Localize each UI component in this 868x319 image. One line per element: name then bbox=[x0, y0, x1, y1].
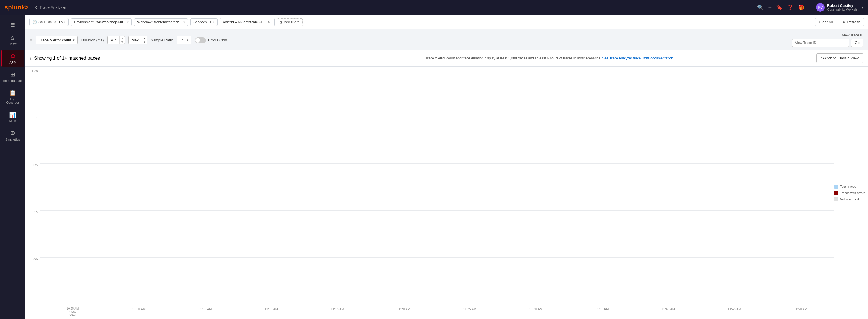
add-filters-label: Add filters bbox=[284, 20, 299, 24]
splunk-logo: splunk> bbox=[5, 4, 29, 11]
y-label-075: 0.75 bbox=[32, 163, 38, 167]
sidebar-label-apm: APM bbox=[10, 61, 17, 64]
search-icon[interactable]: 🔍 bbox=[757, 4, 764, 11]
bookmark-icon[interactable]: 🔖 bbox=[776, 4, 782, 11]
x-label-5: 11:20 AM bbox=[371, 307, 437, 311]
sidebar-item-infrastructure[interactable]: ⊞ Infrastructure bbox=[1, 68, 24, 85]
refresh-icon: ↻ bbox=[842, 20, 846, 24]
x-label-2: 11:05 AM bbox=[172, 307, 238, 311]
add-icon[interactable]: + bbox=[768, 4, 772, 11]
sidebar-label-infrastructure: Infrastructure bbox=[3, 79, 22, 83]
time-range-label: -1h bbox=[57, 20, 63, 24]
view-trace-section: View Trace ID Go bbox=[792, 33, 863, 47]
chart-bars bbox=[40, 69, 834, 304]
clock-icon: 🕐 bbox=[32, 20, 37, 24]
sidebar-item-rum[interactable]: 📊 RUM bbox=[1, 108, 24, 125]
legend-total-label: Total traces bbox=[840, 185, 856, 188]
synthetics-icon: ⚙ bbox=[10, 129, 15, 137]
y-label-025: 0.25 bbox=[32, 258, 38, 261]
services-filter-label: Services · 1 bbox=[193, 20, 212, 24]
view-trace-row: Go bbox=[792, 38, 863, 47]
help-icon[interactable]: ❓ bbox=[787, 4, 794, 11]
x-label-0: 10:55 AMFri Nov 82024 bbox=[40, 307, 106, 317]
duration-max-down[interactable]: ▼ bbox=[142, 40, 147, 44]
toggle-slider bbox=[195, 37, 206, 43]
infrastructure-icon: ⊞ bbox=[10, 71, 15, 78]
view-trace-input[interactable] bbox=[792, 39, 849, 47]
avatar: RC bbox=[816, 3, 825, 12]
filter-bar: 🕐 GMT +00:00 -1h ▾ Environment : s4r-wor… bbox=[25, 15, 868, 29]
back-nav[interactable]: Trace Analyzer bbox=[34, 5, 66, 10]
environment-filter-label: Environment : s4r-workshop-60f... bbox=[74, 20, 126, 24]
workflow-chevron-icon: ▾ bbox=[183, 21, 185, 24]
time-filter-chip[interactable]: 🕐 GMT +00:00 -1h ▾ bbox=[29, 18, 69, 26]
user-workspace: Observability Worksh... bbox=[827, 8, 859, 11]
legend-total: Total traces bbox=[834, 184, 865, 188]
env-chevron-icon: ▾ bbox=[127, 21, 129, 24]
sidebar-item-home[interactable]: ⌂ Home bbox=[1, 32, 24, 49]
duration-max-input[interactable]: Max ▲ ▼ bbox=[128, 36, 147, 44]
sidebar-label-rum: RUM bbox=[9, 119, 16, 123]
chart-area: ≡ Trace & error count ▾ Duration (ms) Mi… bbox=[25, 29, 868, 319]
refresh-label: Refresh bbox=[847, 20, 860, 24]
gift-icon[interactable]: 🎁 bbox=[798, 4, 804, 11]
matched-traces-label: Showing 1 of 1+ matched traces bbox=[34, 56, 100, 61]
x-label-3: 11:10 AM bbox=[238, 307, 305, 311]
metric-select[interactable]: Trace & error count ▾ bbox=[36, 36, 78, 44]
sidebar-label-home: Home bbox=[8, 42, 17, 46]
chart-inner: 1.25 1 0.75 0.5 0.25 bbox=[25, 67, 868, 319]
sidebar-item-apm[interactable]: ✿ APM bbox=[1, 50, 24, 67]
clear-all-button[interactable]: Clear All bbox=[815, 18, 836, 26]
legend-errors-label: Traces with errors bbox=[840, 191, 865, 195]
sidebar-label-synthetics: Synthetics bbox=[5, 138, 20, 141]
orderid-filter-chip[interactable]: orderId = 666dbfcf-9dc8-1... ✕ bbox=[220, 18, 275, 26]
duration-min-val: Min bbox=[107, 36, 119, 44]
user-menu[interactable]: RC Robert Castley Observability Worksh..… bbox=[816, 3, 863, 12]
x-label-4: 11:15 AM bbox=[304, 307, 371, 311]
home-icon: ⌂ bbox=[11, 34, 14, 41]
legend-not-searched-box bbox=[834, 197, 838, 201]
sidebar-item-synthetics[interactable]: ⚙ Synthetics bbox=[1, 127, 24, 144]
top-nav: splunk> Trace Analyzer 🔍 + 🔖 ❓ 🎁 RC Robe… bbox=[0, 0, 868, 15]
add-filters-button[interactable]: ⧗ Add filters bbox=[277, 19, 302, 26]
switch-classic-view-button[interactable]: Switch to Classic View bbox=[816, 54, 863, 63]
errors-only-label: Errors Only bbox=[208, 38, 227, 42]
workflow-filter-chip[interactable]: Workflow : frontend:/cart/ch... ▾ bbox=[134, 19, 188, 26]
refresh-button[interactable]: ↻ Refresh bbox=[839, 18, 864, 26]
orderid-filter-close[interactable]: ✕ bbox=[267, 20, 272, 24]
services-filter-chip[interactable]: Services · 1 ▾ bbox=[190, 19, 218, 26]
metric-select-label: Trace & error count bbox=[39, 38, 71, 42]
duration-max-up[interactable]: ▲ bbox=[142, 36, 147, 40]
sample-label: Sample Ratio bbox=[151, 38, 173, 42]
duration-label: Duration (ms) bbox=[81, 38, 104, 42]
y-axis: 1.25 1 0.75 0.5 0.25 bbox=[25, 67, 40, 304]
y-label-125: 1.25 bbox=[32, 69, 38, 72]
duration-min-down[interactable]: ▼ bbox=[120, 40, 125, 44]
sidebar: ☰ ⌂ Home ✿ APM ⊞ Infrastructure 📋 Log Ob… bbox=[0, 15, 25, 319]
duration-min-up[interactable]: ▲ bbox=[120, 36, 125, 40]
x-label-11: 11:50 AM bbox=[768, 307, 834, 311]
sort-icon[interactable]: ≡ bbox=[30, 38, 32, 43]
sidebar-menu-icon[interactable]: ☰ bbox=[8, 20, 17, 30]
legend-not-searched: Not searched bbox=[834, 197, 865, 201]
sidebar-item-log-observer[interactable]: 📋 Log Observer bbox=[1, 87, 24, 107]
nav-divider bbox=[810, 3, 810, 11]
sidebar-label-log-observer: Log Observer bbox=[3, 97, 22, 104]
trace-limits-link[interactable]: See Trace Analyzer trace limits document… bbox=[602, 56, 674, 60]
sample-ratio-select[interactable]: 1:1 ▾ bbox=[177, 36, 191, 44]
x-label-6: 11:25 AM bbox=[437, 307, 503, 311]
environment-filter-chip[interactable]: Environment : s4r-workshop-60f... ▾ bbox=[71, 19, 132, 26]
info-bar: ℹ Showing 1 of 1+ matched traces Trace &… bbox=[25, 50, 868, 67]
x-label-1: 11:00 AM bbox=[106, 307, 172, 311]
duration-min-input[interactable]: Min ▲ ▼ bbox=[107, 36, 125, 44]
chart-toolbar: ≡ Trace & error count ▾ Duration (ms) Mi… bbox=[25, 29, 868, 50]
user-name: Robert Castley bbox=[827, 3, 859, 8]
showing-text: Showing 1 of 1+ matched traces bbox=[34, 56, 423, 61]
rum-icon: 📊 bbox=[9, 111, 17, 118]
legend-not-searched-label: Not searched bbox=[840, 197, 859, 201]
log-observer-icon: 📋 bbox=[9, 89, 17, 96]
user-chevron-icon: ▾ bbox=[862, 5, 863, 9]
workflow-filter-label: Workflow : frontend:/cart/ch... bbox=[137, 20, 182, 24]
view-trace-go-button[interactable]: Go bbox=[851, 38, 863, 47]
errors-only-toggle[interactable] bbox=[195, 37, 206, 43]
